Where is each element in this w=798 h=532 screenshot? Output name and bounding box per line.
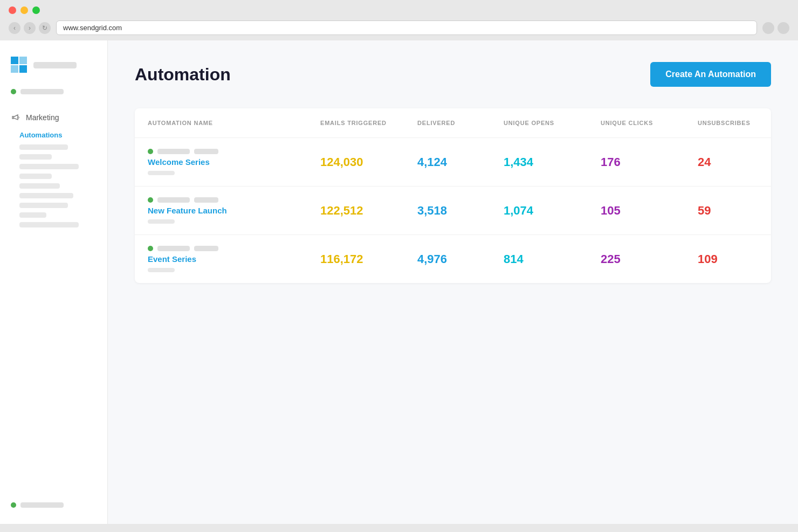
svg-rect-2 (11, 65, 18, 73)
sidebar: Marketing Automations (0, 40, 108, 524)
row1-tag2 (194, 149, 218, 154)
address-bar[interactable]: www.sendgrid.com (56, 20, 757, 35)
row1-automation-name[interactable]: Welcome Series (148, 157, 320, 167)
close-button[interactable] (9, 6, 16, 14)
row2-unsubs: 59 (698, 204, 771, 218)
browser-chrome: ‹ › ↻ www.sendgrid.com (0, 0, 798, 40)
sidebar-bottom-status (0, 497, 107, 513)
sidebar-placeholder-nav (0, 142, 107, 230)
row1-clicks: 176 (601, 155, 698, 169)
back-button[interactable]: ‹ (9, 22, 20, 34)
row3-unsubs: 109 (698, 252, 771, 266)
minimize-button[interactable] (20, 6, 28, 14)
main-content: Automation Create An Automation AUTOMATI… (108, 40, 798, 524)
sidebar-status-row (0, 85, 107, 99)
col-header-name: AUTOMATION NAME (148, 120, 320, 126)
automation-name-cell: Event Series (148, 246, 320, 272)
row1-opens: 1,434 (504, 155, 601, 169)
fullscreen-button[interactable] (32, 6, 40, 14)
forward-button[interactable]: › (24, 22, 36, 34)
status-dot (11, 89, 16, 94)
status-label (20, 89, 64, 94)
row3-triggered: 116,172 (320, 252, 417, 266)
automation-name-cell: Welcome Series (148, 149, 320, 175)
row3-automation-name[interactable]: Event Series (148, 254, 320, 264)
row3-tag1 (157, 246, 190, 251)
browser-action-2[interactable] (778, 22, 789, 34)
create-automation-button[interactable]: Create An Automation (650, 62, 771, 87)
table-row: Welcome Series 124,030 4,124 1,434 176 2… (135, 138, 771, 186)
row1-triggered: 124,030 (320, 155, 417, 169)
col-header-clicks: UNIQUE CLICKS (601, 120, 698, 126)
row3-delivered: 4,976 (417, 252, 504, 266)
row1-unsubs: 24 (698, 155, 771, 169)
col-header-triggered: EMAILS TRIGGERED (320, 120, 417, 126)
logo-text (33, 62, 77, 68)
row3-status-dot (148, 246, 153, 251)
row2-delivered: 3,518 (417, 204, 504, 218)
table-row: New Feature Launch 122,512 3,518 1,074 1… (135, 186, 771, 235)
svg-rect-0 (11, 57, 18, 64)
bottom-status-label (20, 502, 64, 508)
col-header-opens: UNIQUE OPENS (504, 120, 601, 126)
svg-rect-1 (19, 57, 27, 64)
app-container: Marketing Automations Automation Create … (0, 40, 798, 524)
marketing-label: Marketing (26, 113, 59, 122)
row1-tag1 (157, 149, 190, 154)
browser-action-1[interactable] (762, 22, 774, 34)
row1-delivered: 4,124 (417, 155, 504, 169)
browser-nav-buttons: ‹ › ↻ (9, 22, 51, 34)
row3-opens: 814 (504, 252, 601, 266)
row2-tag2 (194, 197, 218, 203)
megaphone-icon (11, 113, 20, 122)
table-row: Event Series 116,172 4,976 814 225 109 (135, 235, 771, 283)
col-header-unsubs: UNSUBSCRIBES (698, 120, 771, 126)
bottom-status-dot (11, 502, 16, 508)
row2-automation-name[interactable]: New Feature Launch (148, 206, 320, 215)
table-header: AUTOMATION NAME EMAILS TRIGGERED DELIVER… (135, 108, 771, 138)
sidebar-logo (0, 51, 107, 85)
automation-name-cell: New Feature Launch (148, 197, 320, 224)
row3-sub-placeholder (148, 268, 175, 272)
sidebar-item-automations[interactable]: Automations (0, 128, 107, 142)
automations-table: AUTOMATION NAME EMAILS TRIGGERED DELIVER… (135, 108, 771, 283)
row2-tag1 (157, 197, 190, 203)
row2-opens: 1,074 (504, 204, 601, 218)
browser-actions (762, 22, 789, 34)
svg-point-4 (18, 117, 19, 119)
row2-sub-placeholder (148, 219, 175, 224)
row3-tag2 (194, 246, 218, 251)
page-header: Automation Create An Automation (135, 62, 771, 87)
row2-clicks: 105 (601, 204, 698, 218)
sidebar-item-marketing[interactable]: Marketing (0, 107, 107, 128)
logo-icon (11, 57, 28, 74)
refresh-button[interactable]: ↻ (39, 22, 51, 34)
svg-rect-3 (19, 65, 27, 73)
col-header-delivered: DELIVERED (417, 120, 504, 126)
row1-sub-placeholder (148, 171, 175, 175)
row3-clicks: 225 (601, 252, 698, 266)
row2-triggered: 122,512 (320, 204, 417, 218)
row1-status-dot (148, 149, 153, 154)
page-title: Automation (135, 65, 231, 85)
row2-status-dot (148, 197, 153, 203)
